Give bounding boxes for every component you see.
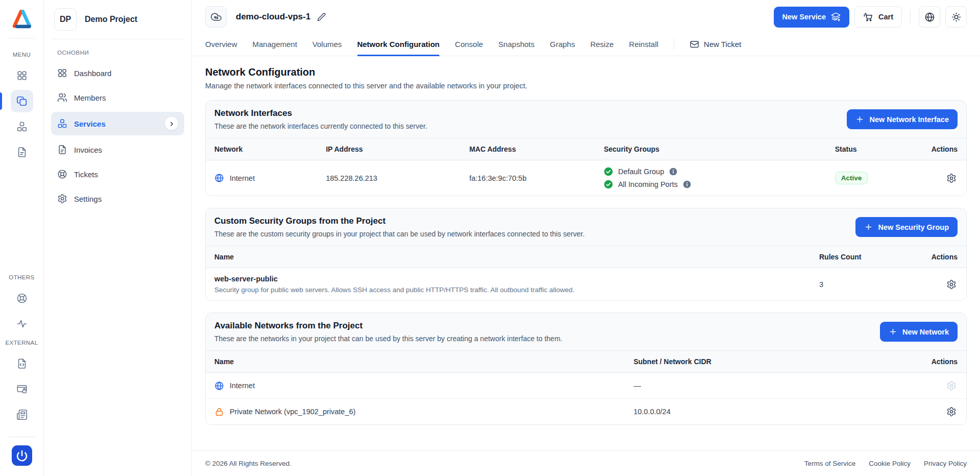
rename-server-button[interactable]: [316, 12, 326, 22]
rail-item-news[interactable]: [0, 403, 43, 426]
cart-button[interactable]: Cart: [854, 6, 902, 28]
rail-item-api-docs[interactable]: [0, 352, 43, 375]
cookie-policy-link[interactable]: Cookie Policy: [869, 460, 911, 467]
services-expand-button[interactable]: [165, 117, 178, 130]
available-networks-card: Available Networks from the Project Thes…: [205, 313, 967, 425]
rail-item-invoices[interactable]: [0, 141, 43, 163]
sun-icon: [951, 12, 962, 22]
tab-console[interactable]: Console: [455, 33, 483, 56]
tab-volumes[interactable]: Volumes: [312, 33, 342, 56]
sidebar-item-label: Members: [74, 93, 106, 102]
tab-new-ticket[interactable]: New Ticket: [690, 39, 741, 49]
column-actions: Actions: [909, 253, 958, 261]
sidebar-item-label: Tickets: [74, 170, 98, 179]
plus-icon: [855, 115, 864, 124]
rail-divider: [9, 437, 35, 437]
footer: © 2026 All Rights Reserved. Terms of Ser…: [192, 450, 980, 476]
interface-actions-button[interactable]: [945, 172, 958, 184]
pencil-icon: [316, 12, 326, 22]
cart-label: Cart: [878, 13, 893, 21]
rail-divider: [9, 38, 35, 38]
server-type-badge: [205, 6, 227, 28]
internet-globe-icon: [214, 173, 224, 183]
internet-globe-icon: [214, 381, 224, 391]
globe-icon: [924, 12, 935, 22]
network-name: Internet: [230, 382, 255, 390]
sidebar-item-invoices[interactable]: Invoices: [51, 139, 184, 160]
table-header: Name Rules Count Actions: [206, 246, 966, 268]
card-title: Network Interfaces: [214, 108, 427, 118]
security-group-name: Default Group: [618, 168, 664, 176]
sidebar-divider: [52, 39, 183, 39]
new-service-button[interactable]: New Service: [774, 7, 849, 28]
table-header: Network IP Address MAC Address Security …: [206, 138, 966, 160]
check-circle-icon: [604, 167, 613, 176]
new-network-button[interactable]: New Network: [880, 322, 958, 342]
invoice-file-icon: [57, 145, 67, 155]
tab-reinstall[interactable]: Reinstall: [629, 33, 658, 56]
sidebar-item-services[interactable]: Services: [51, 112, 184, 135]
rail-item-status[interactable]: [0, 313, 43, 335]
security-group-description: Security group for public web servers. A…: [214, 286, 819, 294]
power-logo[interactable]: [12, 445, 32, 466]
rail-item-dashboard[interactable]: [0, 64, 43, 87]
project-avatar: DP: [54, 8, 77, 31]
cloud-server-icon: [210, 11, 222, 23]
lifebuoy-icon: [57, 169, 67, 179]
tab-network-configuration[interactable]: Network Configuration: [357, 33, 440, 56]
sidebar-item-members[interactable]: Members: [51, 87, 184, 108]
rail-external-label: EXTERNAL: [6, 340, 38, 346]
file-code-icon: [16, 358, 28, 369]
page-title: Network Configuration: [205, 66, 967, 78]
table-row: web-server-public Security group for pub…: [206, 268, 966, 300]
column-name: Name: [214, 253, 819, 261]
project-switcher[interactable]: DP Demo Project: [51, 7, 184, 39]
check-circle-icon: [604, 180, 613, 189]
interface-ip: 185.228.26.213: [326, 174, 469, 182]
rules-count-value: 3: [819, 280, 909, 289]
rail-item-services[interactable]: [0, 115, 43, 138]
info-icon[interactable]: [683, 180, 691, 188]
security-group-actions-button[interactable]: [945, 278, 958, 291]
new-network-interface-button[interactable]: New Network Interface: [847, 109, 958, 129]
tab-overview[interactable]: Overview: [205, 33, 237, 56]
tab-graphs[interactable]: Graphs: [550, 33, 575, 56]
tab-management[interactable]: Management: [253, 33, 298, 56]
brand-logo[interactable]: [10, 8, 34, 30]
card-title: Custom Security Groups from the Project: [214, 216, 584, 226]
new-security-group-button[interactable]: New Security Group: [855, 217, 958, 237]
topbar: demo-cloud-vps-1 New Service Cart: [192, 0, 980, 33]
network-actions-button[interactable]: [945, 406, 958, 418]
column-name: Name: [214, 358, 633, 366]
card-subtitle: These are the networks in your project t…: [214, 335, 562, 343]
table-row: Internet —: [206, 373, 966, 398]
gear-icon: [946, 380, 957, 391]
gear-icon: [946, 173, 957, 183]
column-ip-address: IP Address: [326, 145, 469, 153]
rail-item-client-portal[interactable]: [0, 378, 43, 400]
page-content: Network Configuration Manage the network…: [192, 56, 980, 450]
interface-mac: fa:16:3e:9c:70:5b: [469, 174, 604, 182]
sidebar-item-settings[interactable]: Settings: [51, 188, 184, 209]
column-security-groups: Security Groups: [604, 145, 835, 153]
sidebar-item-label: Settings: [74, 195, 102, 203]
private-lock-icon: [214, 407, 224, 417]
network-interfaces-card: Network Interfaces These are the network…: [205, 100, 967, 196]
project-name: Demo Project: [85, 15, 137, 24]
tab-resize[interactable]: Resize: [590, 33, 614, 56]
sidebar-item-dashboard[interactable]: Dashboard: [51, 63, 184, 83]
project-sidebar: DP Demo Project ОСНОВНИ Dashboard Member…: [44, 0, 192, 476]
rail-item-projects[interactable]: [0, 90, 43, 112]
rail-item-support[interactable]: [0, 287, 43, 310]
theme-toggle-button[interactable]: [945, 6, 967, 28]
sidebar-item-tickets[interactable]: Tickets: [51, 164, 184, 184]
tab-snapshots[interactable]: Snapshots: [498, 33, 534, 56]
privacy-policy-link[interactable]: Privacy Policy: [924, 460, 967, 467]
newspaper-icon: [16, 409, 28, 420]
info-icon[interactable]: [669, 168, 677, 176]
language-button[interactable]: [919, 6, 940, 28]
interface-network-name: Internet: [230, 174, 255, 182]
gear-icon: [946, 279, 957, 290]
terms-of-service-link[interactable]: Terms of Service: [804, 460, 856, 467]
column-actions: Actions: [909, 358, 958, 366]
